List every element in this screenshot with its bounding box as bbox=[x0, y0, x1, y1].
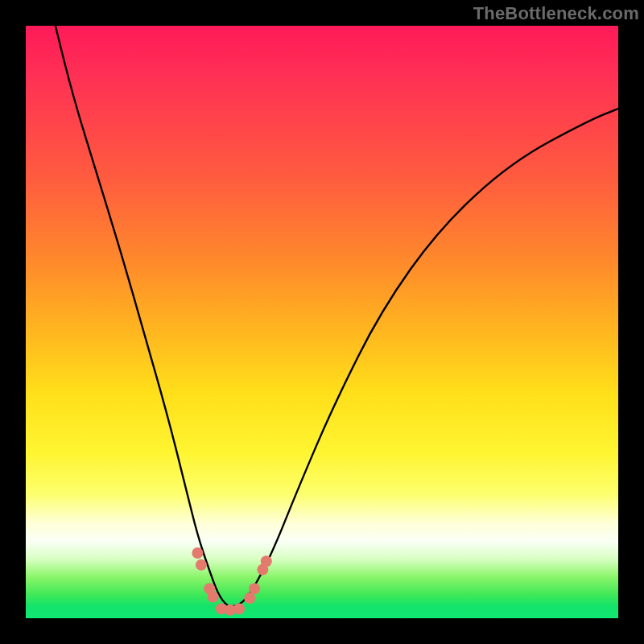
curve-marker bbox=[249, 583, 260, 594]
chart-plot-area bbox=[26, 26, 618, 618]
curve-marker bbox=[233, 603, 245, 614]
curve-marker bbox=[192, 547, 203, 559]
curve-marker bbox=[208, 592, 219, 603]
bottleneck-curve bbox=[56, 26, 618, 606]
watermark-text: TheBottleneck.com bbox=[473, 3, 639, 24]
curve-marker bbox=[196, 559, 207, 571]
chart-svg bbox=[26, 26, 618, 618]
chart-frame: TheBottleneck.com bbox=[0, 0, 644, 644]
curve-marker bbox=[261, 555, 272, 567]
curve-markers bbox=[192, 547, 271, 616]
